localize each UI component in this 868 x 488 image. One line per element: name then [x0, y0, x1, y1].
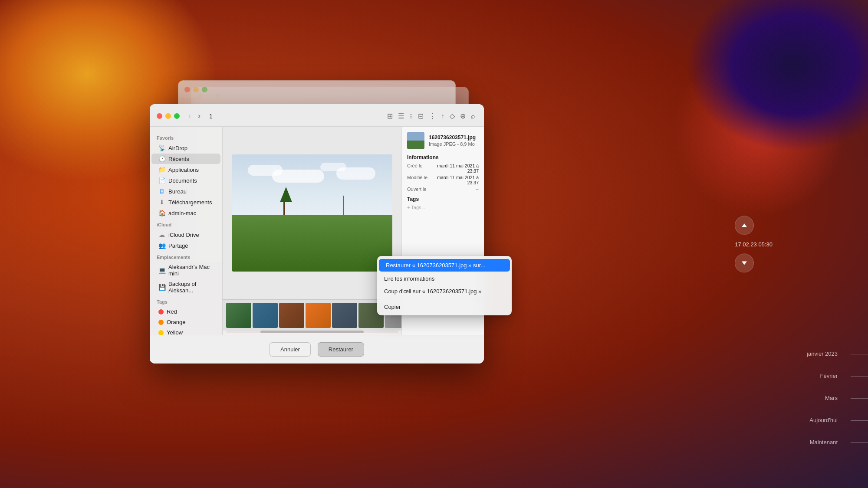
context-menu-item-info[interactable]: Lire les informations [377, 272, 512, 285]
sidebar-item-documents[interactable]: 📄 Documents [151, 175, 220, 186]
timeline: janvier 2023 Février Mars Aujourd'hui Ma… [781, 0, 868, 488]
sidebar-section-header-emplacements: Emplacements [150, 251, 222, 262]
context-menu-item-restore[interactable]: Restaurer « 1620736203571.jpg » sur... [379, 259, 510, 272]
info-row-created: Créé le mardi 11 mai 2021 à 23:37 [407, 163, 479, 174]
finder-titlebar: ‹ › 1 ⊞ ☰ ⫶ ⊟ ⋮ ↑ ◇ ⊕ ⌕ [150, 104, 484, 127]
tags-input[interactable]: + Tags... [407, 205, 479, 210]
datetime-display: 17.02.23 05:30 [735, 241, 773, 247]
info-filetype: Image JPEG - 8,9 Mo [429, 141, 476, 147]
sidebar-item-home[interactable]: 🏠 admin-mac [151, 208, 220, 218]
nav-down-button[interactable] [735, 253, 754, 272]
sidebar-section-header-tags: Tags [150, 296, 222, 306]
tag-icon[interactable]: ◇ [448, 110, 457, 122]
timeline-item[interactable]: Aujourd'hui [781, 409, 868, 431]
nav-arrows: 17.02.23 05:30 [735, 216, 773, 272]
sidebar-item-mac-mini[interactable]: 💻 Aleksandr's Mac mini [151, 262, 220, 278]
tag-orange-dot [158, 320, 164, 325]
more-options-icon[interactable]: ⊕ [458, 110, 467, 122]
thumbnail-item[interactable] [226, 303, 251, 328]
sidebar-item-bureau[interactable]: 🖥 Bureau [151, 186, 220, 197]
finder-window: ‹ › 1 ⊞ ☰ ⫶ ⊟ ⋮ ↑ ◇ ⊕ ⌕ Favoris 📡 AirDro… [150, 104, 484, 364]
minimize-button[interactable] [165, 113, 171, 119]
info-thumbnail [407, 132, 424, 149]
cancel-button[interactable]: Annuler [270, 342, 311, 357]
grid-view-icon[interactable]: ⊞ [385, 110, 395, 122]
context-menu-separator [377, 299, 512, 299]
sidebar-item-tag-yellow[interactable]: Yellow [151, 328, 220, 335]
clouds [232, 160, 392, 207]
finder-footer: Annuler Restaurer [150, 335, 484, 364]
backup-icon: 💾 [158, 284, 165, 291]
sidebar-item-shared[interactable]: 👥 Partagé [151, 240, 220, 251]
timeline-item[interactable]: Février [781, 365, 868, 387]
context-menu-item-quicklook[interactable]: Coup d'œil sur « 1620736203571.jpg » [377, 285, 512, 298]
content-area [223, 127, 401, 335]
thumbnail-item[interactable] [306, 303, 331, 328]
tag-red-dot [158, 309, 164, 314]
image-preview [223, 127, 401, 299]
info-file-header: 1620736203571.jpg Image JPEG - 8,9 Mo [407, 132, 479, 149]
info-row-modified: Modifié le mardi 11 mai 2021 à 23:37 [407, 175, 479, 185]
ground [232, 215, 392, 272]
icloud-icon: ☁ [158, 231, 165, 238]
bureau-icon: 🖥 [158, 188, 165, 195]
applications-icon: 📁 [158, 166, 165, 173]
tree [280, 187, 289, 215]
timeline-item-now[interactable]: Maintenant [781, 431, 868, 453]
thumbnail-item[interactable] [253, 303, 278, 328]
search-icon[interactable]: ⌕ [469, 111, 477, 122]
sidebar: Favoris 📡 AirDrop 🕐 Récents 📁 Applicatio… [150, 127, 223, 335]
sidebar-item-airdrop[interactable]: 📡 AirDrop [151, 143, 220, 153]
airdrop-icon: 📡 [158, 144, 165, 151]
sidebar-item-recents[interactable]: 🕐 Récents [151, 154, 220, 164]
thumbnail-bar [223, 299, 401, 331]
nav-up-button[interactable] [735, 216, 754, 235]
timeline-item[interactable]: Mars [781, 387, 868, 409]
info-row-opened: Ouvert le -- [407, 187, 479, 192]
timeline-item[interactable]: janvier 2023 [781, 343, 868, 365]
sidebar-item-backup[interactable]: 💾 Backups of Aleksan... [151, 279, 220, 295]
toolbar-nav: ‹ › 1 [187, 111, 385, 121]
thumbnail-item[interactable] [332, 303, 357, 328]
info-filename: 1620736203571.jpg [429, 134, 476, 141]
sidebar-item-applications[interactable]: 📁 Applications [151, 164, 220, 175]
downloads-icon: ⬇ [158, 199, 165, 206]
context-menu-item-copy[interactable]: Copier [377, 301, 512, 313]
share-icon[interactable]: ↑ [439, 111, 446, 122]
recents-icon: 🕐 [158, 155, 165, 162]
list-view-icon[interactable]: ☰ [396, 110, 406, 122]
close-button[interactable] [157, 113, 162, 119]
sidebar-item-tag-orange[interactable]: Orange [151, 317, 220, 327]
photo-display [232, 154, 392, 272]
toolbar-icons: ⊞ ☰ ⫶ ⊟ ⋮ ↑ ◇ ⊕ ⌕ [385, 110, 477, 122]
view-options-icon[interactable]: ⋮ [427, 110, 437, 122]
sidebar-section-header-favoris: Favoris [150, 132, 222, 142]
forward-button[interactable]: › [196, 111, 202, 121]
breadcrumb: 1 [209, 113, 213, 120]
column-view-icon[interactable]: ⫶ [408, 111, 414, 122]
home-icon: 🏠 [158, 210, 165, 216]
tag-yellow-dot [158, 330, 164, 335]
sidebar-item-downloads[interactable]: ⬇ Téléchargements [151, 197, 220, 207]
computer-icon: 💻 [158, 267, 165, 274]
info-tags-title: Tags [407, 196, 479, 202]
context-menu: Restaurer « 1620736203571.jpg » sur... L… [377, 256, 512, 315]
sidebar-item-icloud[interactable]: ☁ iCloud Drive [151, 229, 220, 240]
info-section-title: Informations [407, 154, 479, 160]
gallery-view-icon[interactable]: ⊟ [416, 110, 425, 122]
documents-icon: 📄 [158, 177, 165, 184]
sidebar-section-header-icloud: iCloud [150, 219, 222, 229]
traffic-lights [157, 113, 180, 119]
maximize-button[interactable] [174, 113, 180, 119]
back-button[interactable]: ‹ [187, 111, 193, 121]
restore-button[interactable]: Restaurer [318, 342, 364, 357]
thumbnail-item[interactable] [279, 303, 304, 328]
shared-icon: 👥 [158, 242, 165, 249]
sidebar-item-tag-red[interactable]: Red [151, 307, 220, 317]
